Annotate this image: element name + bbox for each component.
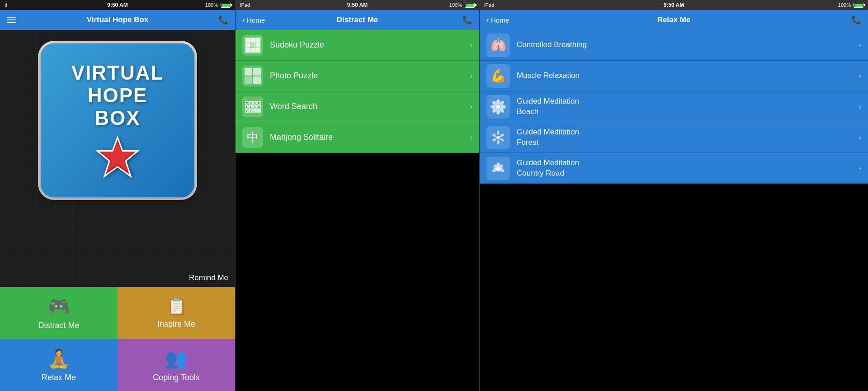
logo-container: VIRTUAL HOPE BOX <box>41 43 194 197</box>
photo-chevron: › <box>470 72 472 80</box>
meditation-forest-chevron: › <box>859 134 861 142</box>
panel-relax: iPad 9:50 AM 100% ‹ Home Relax Me 📞 🫁 Co… <box>479 0 868 391</box>
navbar-title: Virtual Hope Box <box>87 15 149 24</box>
back-label: Home <box>247 16 265 24</box>
coping-tools-button[interactable]: 👥 Coping Tools <box>118 339 235 391</box>
navbar-distract-title: Distract Me <box>337 15 378 24</box>
menu-icon[interactable] <box>7 17 16 23</box>
svg-point-12 <box>497 131 500 135</box>
word-search-item[interactable]: WORD SEAR CH·· Word Search › <box>236 91 479 122</box>
relax-label: Relax Me <box>42 373 76 382</box>
breathing-icon: 🫁 <box>486 33 510 57</box>
svg-point-2 <box>496 105 500 109</box>
phone-button-2[interactable]: 📞 <box>462 15 472 25</box>
navbar-distract: ‹ Home Distract Me 📞 <box>236 10 479 30</box>
muscle-relaxation-item[interactable]: 💪 Muscle Relaxation › <box>480 61 868 91</box>
meditation-beach-label: Guided Meditation Beach <box>517 96 852 116</box>
navbar-home: Virtual Hope Box 📞 <box>0 10 235 30</box>
meditation-beach-chevron: › <box>859 103 861 111</box>
phone-button[interactable]: 📞 <box>218 15 228 25</box>
svg-point-16 <box>492 137 497 142</box>
svg-point-17 <box>492 133 497 137</box>
status-right-2: 100% <box>449 2 475 8</box>
meditation-forest-item[interactable]: Guided Meditation Forest › <box>480 122 868 153</box>
muscle-label: Muscle Relaxation <box>517 71 852 81</box>
inspire-label: Inspire Me <box>157 319 195 329</box>
status-right-3: 100% <box>838 2 863 8</box>
status-bar-relax: iPad 9:50 AM 100% <box>480 0 868 10</box>
coping-label: Coping Tools <box>153 373 200 382</box>
battery-icon <box>221 3 231 8</box>
status-time-2: 9:50 AM <box>347 2 368 8</box>
status-percent-2: 100% <box>449 2 462 8</box>
distract-me-button[interactable]: 🎮 Distract Me <box>0 287 118 339</box>
navbar-relax-title: Relax Me <box>657 15 691 24</box>
black-area-distract <box>236 153 479 391</box>
photo-puzzle-icon <box>242 66 263 86</box>
phone-button-3[interactable]: 📞 <box>851 15 861 25</box>
distract-menu: Sudoku Puzzle › Photo Puzzle › WORD SE <box>236 30 479 391</box>
photo-puzzle-item[interactable]: Photo Puzzle › <box>236 61 479 91</box>
sudoku-puzzle-item[interactable]: Sudoku Puzzle › <box>236 30 479 61</box>
distract-icon: 🎮 <box>47 296 70 317</box>
meditation-beach-icon <box>486 95 510 119</box>
logo-line1: VIRTUAL <box>71 62 164 84</box>
status-time-3: 9:50 AM <box>664 2 684 8</box>
mahjong-chevron: › <box>470 134 472 142</box>
bottom-grid: 🎮 Distract Me 📋 Inspire Me 🧘 Relax Me 👥 … <box>0 287 235 391</box>
meditation-road-chevron: › <box>859 164 861 172</box>
status-carrier: d <box>5 2 7 8</box>
back-arrow-icon-relax: ‹ <box>486 15 489 25</box>
svg-point-13 <box>500 133 505 137</box>
status-percent: 100% <box>205 2 218 8</box>
back-home-button-relax[interactable]: ‹ Home <box>486 15 509 25</box>
distract-label: Distract Me <box>38 321 79 330</box>
meditation-beach-item[interactable]: Guided Meditation Beach › <box>480 91 868 122</box>
wordsearch-chevron: › <box>470 103 472 111</box>
flower-icon <box>490 99 506 115</box>
sudoku-label: Sudoku Puzzle <box>270 40 463 50</box>
breathing-label: Controlled Breathing <box>517 40 852 50</box>
back-arrow-icon: ‹ <box>242 15 245 25</box>
panel-home: d 9:50 AM 100% Virtual Hope Box 📞 VIRTUA… <box>0 0 235 391</box>
relax-me-button[interactable]: 🧘 Relax Me <box>0 339 118 391</box>
meditation-forest-icon <box>486 126 510 149</box>
meditation-road-label: Guided Meditation Country Road <box>517 158 852 178</box>
status-right: 100% <box>205 2 231 8</box>
coping-icon: 👥 <box>165 348 188 369</box>
wordsearch-label: Word Search <box>270 102 463 111</box>
inspire-me-button[interactable]: 📋 Inspire Me <box>118 287 235 339</box>
back-home-button[interactable]: ‹ Home <box>242 15 265 25</box>
panel-distract: iPad 9:50 AM 100% ‹ Home Distract Me 📞 S… <box>235 0 479 391</box>
word-search-icon: WORD SEAR CH·· <box>242 96 263 117</box>
lotus-icon <box>490 160 506 176</box>
mahjong-item[interactable]: 中 Mahjong Solitaire › <box>236 122 479 153</box>
black-area-relax <box>480 184 868 391</box>
status-bar-distract: iPad 9:50 AM 100% <box>236 0 479 10</box>
meditation-road-item[interactable]: Guided Meditation Country Road › <box>480 153 868 184</box>
battery-icon-2 <box>465 3 475 8</box>
controlled-breathing-item[interactable]: 🫁 Controlled Breathing › <box>480 30 868 61</box>
muscle-chevron: › <box>859 72 861 80</box>
mahjong-label: Mahjong Solitaire <box>270 133 463 142</box>
logo-line3: BOX <box>94 107 140 129</box>
mahjong-icon: 中 <box>242 127 263 148</box>
status-bar-home: d 9:50 AM 100% <box>0 0 235 10</box>
navbar-relax: ‹ Home Relax Me 📞 <box>480 10 868 30</box>
svg-point-14 <box>500 137 505 142</box>
remind-me-label: Remind Me <box>189 273 228 282</box>
logo-star <box>95 134 140 179</box>
relax-menu: 🫁 Controlled Breathing › 💪 Muscle Relaxa… <box>480 30 868 391</box>
svg-point-11 <box>496 136 500 139</box>
sudoku-icon <box>242 35 263 56</box>
battery-icon-3 <box>854 3 863 8</box>
sudoku-chevron: › <box>470 41 472 49</box>
muscle-icon: 💪 <box>486 64 510 88</box>
status-percent-3: 100% <box>838 2 851 8</box>
photo-label: Photo Puzzle <box>270 71 463 81</box>
back-label-relax: Home <box>491 16 509 24</box>
logo-line2: HOPE <box>88 84 148 107</box>
inspire-icon: 📋 <box>166 297 187 316</box>
status-carrier-2: iPad <box>240 2 250 8</box>
home-content: VIRTUAL HOPE BOX Remind Me <box>0 30 235 287</box>
